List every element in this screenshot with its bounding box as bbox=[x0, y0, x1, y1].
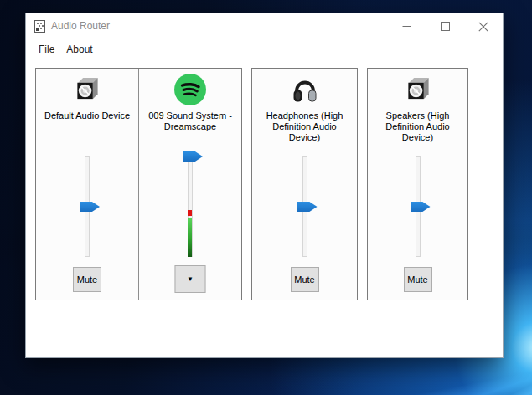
level-meter-bar bbox=[188, 218, 192, 257]
volume-slider[interactable] bbox=[405, 155, 431, 260]
close-button[interactable] bbox=[464, 13, 503, 39]
device-column-speakers: Speakers (High Definition Audio Device) … bbox=[368, 69, 467, 300]
speaker-icon bbox=[75, 76, 101, 102]
menu-bar: File About bbox=[26, 39, 503, 59]
level-meter-peak bbox=[188, 210, 192, 216]
close-icon bbox=[478, 22, 488, 32]
mute-button[interactable]: Mute bbox=[73, 267, 101, 292]
maximize-button[interactable] bbox=[426, 13, 464, 39]
panel-default-and-app: Default Audio Device Mute 009 Sound Syst… bbox=[35, 68, 242, 300]
volume-slider[interactable] bbox=[178, 155, 203, 260]
slider-thumb[interactable] bbox=[183, 151, 203, 162]
app-icon bbox=[34, 20, 45, 33]
volume-slider[interactable] bbox=[75, 155, 100, 260]
chevron-down-icon: ▼ bbox=[187, 275, 194, 283]
device-column-headphones: Headphones (High Definition Audio Device… bbox=[252, 69, 357, 300]
headphones-icon bbox=[291, 76, 319, 105]
panel-headphones: Headphones (High Definition Audio Device… bbox=[251, 68, 358, 300]
slider-thumb[interactable] bbox=[411, 202, 431, 212]
menu-file[interactable]: File bbox=[33, 41, 60, 58]
slider-thumb[interactable] bbox=[80, 202, 100, 212]
volume-slider[interactable] bbox=[292, 155, 318, 260]
device-column-spotify: 009 Sound System - Dreamscape ▼ bbox=[139, 69, 241, 300]
maximize-icon bbox=[441, 22, 450, 31]
speaker-icon bbox=[405, 76, 431, 102]
device-label: Headphones (High Definition Audio Device… bbox=[261, 110, 349, 143]
device-label: 009 Sound System - Dreamscape bbox=[146, 110, 235, 132]
menu-about[interactable]: About bbox=[60, 41, 98, 58]
minimize-icon bbox=[402, 22, 411, 31]
minimize-button[interactable] bbox=[387, 13, 426, 39]
device-label: Speakers (High Definition Audio Device) bbox=[374, 110, 462, 143]
route-dropdown-button[interactable]: ▼ bbox=[174, 265, 205, 293]
mute-button[interactable]: Mute bbox=[291, 267, 319, 292]
device-column-default: Default Audio Device Mute bbox=[36, 69, 138, 300]
audio-router-window: Audio Router File About bbox=[25, 13, 504, 358]
slider-thumb[interactable] bbox=[297, 202, 318, 212]
device-label: Default Audio Device bbox=[43, 110, 132, 121]
panel-speakers: Speakers (High Definition Audio Device) … bbox=[367, 68, 468, 300]
window-title: Audio Router bbox=[51, 20, 110, 32]
titlebar[interactable]: Audio Router bbox=[26, 13, 503, 39]
mute-button[interactable]: Mute bbox=[404, 267, 432, 292]
spotify-icon bbox=[173, 73, 207, 106]
